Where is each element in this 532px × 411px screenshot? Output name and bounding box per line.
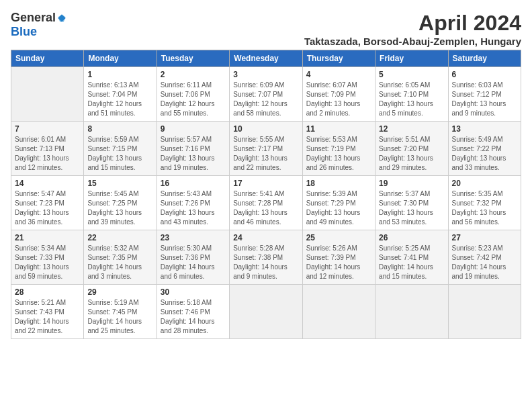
- day-info: Sunrise: 5:45 AM Sunset: 7:25 PM Dayligh…: [87, 189, 152, 227]
- day-number: 17: [233, 179, 298, 188]
- day-info: Sunrise: 5:49 AM Sunset: 7:22 PM Dayligh…: [452, 135, 517, 173]
- day-info: Sunrise: 6:09 AM Sunset: 7:07 PM Dayligh…: [233, 81, 298, 118]
- calendar-cell: [230, 285, 302, 339]
- day-info: Sunrise: 6:03 AM Sunset: 7:12 PM Dayligh…: [452, 81, 517, 118]
- day-info: Sunrise: 6:01 AM Sunset: 7:13 PM Dayligh…: [15, 135, 80, 173]
- day-info: Sunrise: 5:30 AM Sunset: 7:36 PM Dayligh…: [161, 244, 226, 281]
- day-info: Sunrise: 5:32 AM Sunset: 7:35 PM Dayligh…: [87, 244, 152, 281]
- day-number: 20: [452, 179, 517, 188]
- day-number: 23: [161, 233, 226, 242]
- day-number: 25: [306, 233, 371, 242]
- day-info: Sunrise: 6:13 AM Sunset: 7:04 PM Dayligh…: [87, 81, 152, 118]
- calendar-cell: 30Sunrise: 5:18 AM Sunset: 7:46 PM Dayli…: [157, 285, 229, 339]
- logo-icon: [57, 13, 66, 23]
- logo-blue: Blue: [11, 25, 37, 38]
- day-info: Sunrise: 5:28 AM Sunset: 7:38 PM Dayligh…: [233, 244, 298, 281]
- day-number: 16: [161, 179, 226, 188]
- calendar-cell: 1Sunrise: 6:13 AM Sunset: 7:04 PM Daylig…: [84, 67, 157, 122]
- calendar-cell: 2Sunrise: 6:11 AM Sunset: 7:06 PM Daylig…: [157, 67, 229, 122]
- day-number: 15: [87, 179, 152, 188]
- day-number: 4: [306, 70, 371, 79]
- calendar-cell: 9Sunrise: 5:57 AM Sunset: 7:16 PM Daylig…: [157, 122, 229, 176]
- day-number: 11: [306, 124, 371, 134]
- calendar-cell: 10Sunrise: 5:55 AM Sunset: 7:17 PM Dayli…: [230, 122, 302, 176]
- calendar-cell: 15Sunrise: 5:45 AM Sunset: 7:25 PM Dayli…: [84, 176, 157, 230]
- calendar-cell: 20Sunrise: 5:35 AM Sunset: 7:32 PM Dayli…: [448, 176, 521, 230]
- day-number: 6: [452, 70, 517, 79]
- day-number: 9: [161, 124, 226, 134]
- calendar-week-4: 21Sunrise: 5:34 AM Sunset: 7:33 PM Dayli…: [11, 230, 521, 285]
- header-thursday: Thursday: [302, 50, 375, 67]
- calendar-cell: 16Sunrise: 5:43 AM Sunset: 7:26 PM Dayli…: [157, 176, 229, 230]
- calendar-cell: 29Sunrise: 5:19 AM Sunset: 7:45 PM Dayli…: [84, 285, 157, 339]
- calendar-cell: 11Sunrise: 5:53 AM Sunset: 7:19 PM Dayli…: [302, 122, 375, 176]
- day-number: 19: [379, 179, 444, 188]
- day-info: Sunrise: 5:23 AM Sunset: 7:42 PM Dayligh…: [452, 244, 517, 281]
- calendar-cell: 3Sunrise: 6:09 AM Sunset: 7:07 PM Daylig…: [230, 67, 302, 122]
- calendar-cell: 4Sunrise: 6:07 AM Sunset: 7:09 PM Daylig…: [302, 67, 375, 122]
- day-number: 2: [161, 70, 226, 79]
- header-row: Sunday Monday Tuesday Wednesday Thursday…: [11, 50, 521, 67]
- day-number: 28: [15, 287, 80, 297]
- calendar-cell: 8Sunrise: 5:59 AM Sunset: 7:15 PM Daylig…: [84, 122, 157, 176]
- day-info: Sunrise: 5:57 AM Sunset: 7:16 PM Dayligh…: [161, 135, 226, 173]
- day-number: 3: [233, 70, 298, 79]
- calendar-cell: 23Sunrise: 5:30 AM Sunset: 7:36 PM Dayli…: [157, 230, 229, 285]
- day-number: 21: [15, 233, 80, 242]
- day-number: 22: [87, 233, 152, 242]
- calendar-cell: 19Sunrise: 5:37 AM Sunset: 7:30 PM Dayli…: [375, 176, 448, 230]
- day-info: Sunrise: 6:05 AM Sunset: 7:10 PM Dayligh…: [379, 81, 444, 118]
- calendar-week-3: 14Sunrise: 5:47 AM Sunset: 7:23 PM Dayli…: [11, 176, 521, 230]
- day-info: Sunrise: 5:25 AM Sunset: 7:41 PM Dayligh…: [379, 244, 444, 281]
- calendar-cell: [302, 285, 375, 339]
- header-friday: Friday: [375, 50, 448, 67]
- header-saturday: Saturday: [448, 50, 521, 67]
- day-info: Sunrise: 5:41 AM Sunset: 7:28 PM Dayligh…: [233, 189, 298, 227]
- day-number: 5: [379, 70, 444, 79]
- calendar-week-5: 28Sunrise: 5:21 AM Sunset: 7:43 PM Dayli…: [11, 285, 521, 339]
- calendar-cell: 21Sunrise: 5:34 AM Sunset: 7:33 PM Dayli…: [11, 230, 84, 285]
- svg-marker-1: [58, 14, 65, 21]
- day-number: 18: [306, 179, 371, 188]
- calendar-header: Sunday Monday Tuesday Wednesday Thursday…: [11, 50, 521, 67]
- day-info: Sunrise: 6:11 AM Sunset: 7:06 PM Dayligh…: [161, 81, 226, 118]
- calendar-week-1: 1Sunrise: 6:13 AM Sunset: 7:04 PM Daylig…: [11, 67, 521, 122]
- calendar-cell: 28Sunrise: 5:21 AM Sunset: 7:43 PM Dayli…: [11, 285, 84, 339]
- calendar-cell: 6Sunrise: 6:03 AM Sunset: 7:12 PM Daylig…: [448, 67, 521, 122]
- page-header: General Blue April 2024 Taktaszada, Bors…: [11, 11, 521, 47]
- day-number: 13: [452, 124, 517, 134]
- header-monday: Monday: [84, 50, 157, 67]
- day-info: Sunrise: 5:55 AM Sunset: 7:17 PM Dayligh…: [233, 135, 298, 173]
- header-tuesday: Tuesday: [157, 50, 229, 67]
- calendar-cell: [375, 285, 448, 339]
- logo: General Blue: [11, 11, 66, 39]
- calendar-location: Taktaszada, Borsod-Abauj-Zemplen, Hungar…: [304, 36, 521, 47]
- day-info: Sunrise: 5:53 AM Sunset: 7:19 PM Dayligh…: [306, 135, 371, 173]
- day-number: 14: [15, 179, 80, 188]
- day-number: 10: [233, 124, 298, 134]
- calendar-cell: 26Sunrise: 5:25 AM Sunset: 7:41 PM Dayli…: [375, 230, 448, 285]
- day-number: 7: [15, 124, 80, 134]
- day-info: Sunrise: 5:34 AM Sunset: 7:33 PM Dayligh…: [15, 244, 80, 281]
- calendar-cell: 7Sunrise: 6:01 AM Sunset: 7:13 PM Daylig…: [11, 122, 84, 176]
- day-number: 8: [87, 124, 152, 134]
- day-info: Sunrise: 5:26 AM Sunset: 7:39 PM Dayligh…: [306, 244, 371, 281]
- day-number: 24: [233, 233, 298, 242]
- calendar-cell: 27Sunrise: 5:23 AM Sunset: 7:42 PM Dayli…: [448, 230, 521, 285]
- calendar-cell: 5Sunrise: 6:05 AM Sunset: 7:10 PM Daylig…: [375, 67, 448, 122]
- day-info: Sunrise: 5:59 AM Sunset: 7:15 PM Dayligh…: [87, 135, 152, 173]
- day-info: Sunrise: 6:07 AM Sunset: 7:09 PM Dayligh…: [306, 81, 371, 118]
- calendar-week-2: 7Sunrise: 6:01 AM Sunset: 7:13 PM Daylig…: [11, 122, 521, 176]
- calendar-cell: 25Sunrise: 5:26 AM Sunset: 7:39 PM Dayli…: [302, 230, 375, 285]
- calendar-table: Sunday Monday Tuesday Wednesday Thursday…: [11, 50, 521, 339]
- calendar-cell: 13Sunrise: 5:49 AM Sunset: 7:22 PM Dayli…: [448, 122, 521, 176]
- day-info: Sunrise: 5:43 AM Sunset: 7:26 PM Dayligh…: [161, 189, 226, 227]
- calendar-cell: 17Sunrise: 5:41 AM Sunset: 7:28 PM Dayli…: [230, 176, 302, 230]
- day-info: Sunrise: 5:47 AM Sunset: 7:23 PM Dayligh…: [15, 189, 80, 227]
- calendar-cell: 22Sunrise: 5:32 AM Sunset: 7:35 PM Dayli…: [84, 230, 157, 285]
- day-number: 30: [161, 287, 226, 297]
- day-info: Sunrise: 5:19 AM Sunset: 7:45 PM Dayligh…: [87, 298, 152, 336]
- day-info: Sunrise: 5:37 AM Sunset: 7:30 PM Dayligh…: [379, 189, 444, 227]
- calendar-cell: 24Sunrise: 5:28 AM Sunset: 7:38 PM Dayli…: [230, 230, 302, 285]
- day-info: Sunrise: 5:51 AM Sunset: 7:20 PM Dayligh…: [379, 135, 444, 173]
